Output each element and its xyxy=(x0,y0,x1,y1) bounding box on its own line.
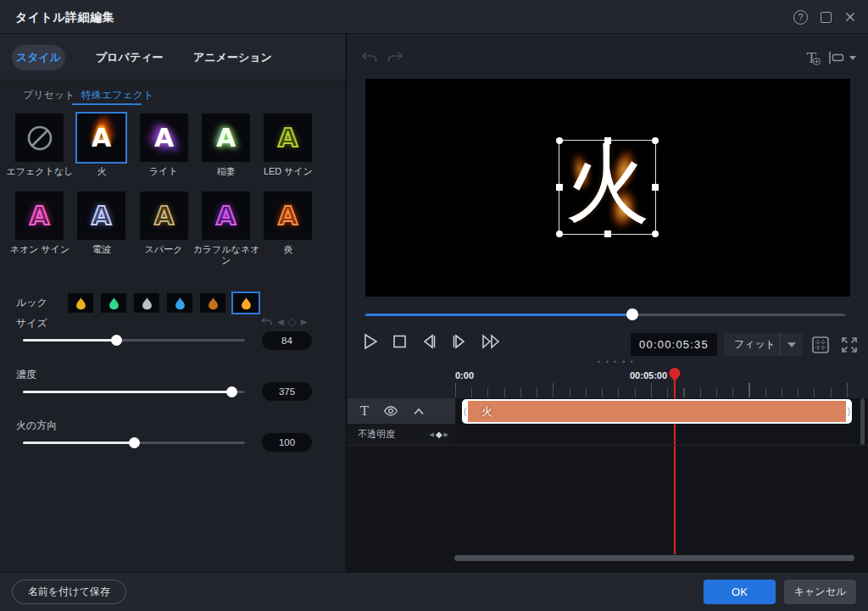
seek-bar[interactable] xyxy=(365,314,845,316)
close-icon[interactable] xyxy=(844,11,856,23)
timecode-display: 00:00:05:35 xyxy=(631,333,717,356)
seek-bar-thumb[interactable] xyxy=(626,308,638,320)
resize-handle[interactable] xyxy=(652,231,659,237)
main-tabs: スタイル プロパティー アニメーション xyxy=(0,34,345,81)
horizontal-scrollbar[interactable] xyxy=(454,555,854,561)
density-slider[interactable] xyxy=(23,391,245,393)
video-preview[interactable]: 火 xyxy=(365,79,850,297)
next-keyframe-icon[interactable]: ▶ xyxy=(301,317,308,326)
vertical-scrollbar[interactable] xyxy=(860,398,865,445)
look-swatch-6[interactable] xyxy=(233,293,259,313)
effect-neon-sign[interactable]: A xyxy=(15,192,64,240)
resize-handle[interactable] xyxy=(604,137,611,144)
look-swatch-1[interactable] xyxy=(68,293,93,313)
effect-flame[interactable]: A xyxy=(264,192,312,240)
text-track-icon: T xyxy=(360,403,369,419)
clip-trim-right[interactable]: ) xyxy=(848,399,850,424)
prev-keyframe-icon[interactable]: ◀ xyxy=(430,431,434,438)
effect-colorful-neon[interactable]: A xyxy=(202,192,250,240)
effect-label: 稲妻 xyxy=(192,166,260,177)
save-as-button[interactable]: 名前を付けて保存 xyxy=(12,580,126,604)
opacity-label: 不透明度 xyxy=(348,428,430,441)
flame-icon xyxy=(241,297,252,310)
density-slider-thumb[interactable] xyxy=(226,386,237,397)
play-button[interactable] xyxy=(362,332,379,351)
help-icon[interactable]: ? xyxy=(793,10,808,25)
flame-icon xyxy=(108,297,120,310)
footer-bar: 名前を付けて保存 OK キャンセル xyxy=(0,572,868,611)
undo-icon[interactable] xyxy=(260,316,273,327)
effect-light[interactable]: A xyxy=(140,114,188,162)
effect-wave[interactable]: A xyxy=(77,192,125,240)
effect-lightning[interactable]: A xyxy=(202,114,250,162)
text-selection-box[interactable]: 火 xyxy=(559,140,656,235)
look-swatch-3[interactable] xyxy=(134,293,159,313)
redo-button[interactable] xyxy=(386,51,404,65)
ok-button[interactable]: OK xyxy=(704,580,776,604)
collapse-icon[interactable] xyxy=(413,408,425,415)
next-frame-button[interactable] xyxy=(450,332,469,351)
splitter-handle[interactable]: • • • • • xyxy=(598,358,635,366)
effect-label: ネオン サイン xyxy=(6,244,74,255)
effect-fire[interactable]: A xyxy=(77,114,125,162)
cancel-button[interactable]: キャンセル xyxy=(784,580,856,604)
undo-button[interactable] xyxy=(360,51,379,65)
keyframe-diamond-icon[interactable]: ◆ xyxy=(436,430,442,439)
fast-forward-button[interactable] xyxy=(481,332,503,351)
zoom-mode-dropdown[interactable]: フィット xyxy=(724,333,803,356)
grid-toggle-icon[interactable] xyxy=(811,336,830,354)
maximize-icon[interactable] xyxy=(821,12,832,23)
fullscreen-icon[interactable] xyxy=(840,336,859,354)
size-value[interactable]: 84 xyxy=(262,331,312,350)
preview-text[interactable]: 火 xyxy=(565,128,650,242)
fire-direction-label: 火の方向 xyxy=(16,419,57,433)
fire-direction-slider-thumb[interactable] xyxy=(129,437,140,448)
effect-label: 電波 xyxy=(68,244,136,255)
size-slider[interactable] xyxy=(23,339,245,342)
preview-panel: T 火 xyxy=(345,34,868,572)
timeline-ruler[interactable]: 0:00 00:05:00 xyxy=(345,366,868,398)
size-slider-thumb[interactable] xyxy=(111,335,122,346)
subtab-special-effect[interactable]: 特殊エフェクト xyxy=(81,88,153,103)
effect-label: エフェクトなし xyxy=(6,166,74,177)
title-clip[interactable]: ( 火 ) xyxy=(462,399,852,424)
add-text-icon[interactable]: T xyxy=(807,49,816,66)
fire-direction-slider[interactable] xyxy=(23,442,245,444)
resize-handle[interactable] xyxy=(556,184,563,191)
look-swatch-2[interactable] xyxy=(101,293,126,313)
look-swatch-4[interactable] xyxy=(167,293,192,313)
effect-spark[interactable]: A xyxy=(140,192,188,240)
prev-keyframe-icon[interactable]: ◀ xyxy=(277,317,284,326)
fire-direction-value[interactable]: 100 xyxy=(262,433,312,452)
dropdown-arrow[interactable] xyxy=(781,342,803,347)
density-value[interactable]: 375 xyxy=(262,382,312,401)
subtab-preset[interactable]: プリセット xyxy=(23,88,75,103)
tab-properties[interactable]: プロパティー xyxy=(96,34,164,81)
next-keyframe-icon[interactable]: ▶ xyxy=(444,431,448,438)
wave-effect-thumb: A xyxy=(92,201,111,231)
resize-handle[interactable] xyxy=(556,231,563,237)
effect-label: スパーク xyxy=(130,244,198,255)
effect-label: 炎 xyxy=(254,244,322,255)
look-swatch-5[interactable] xyxy=(200,293,225,313)
eye-icon[interactable] xyxy=(383,406,398,416)
previous-frame-button[interactable] xyxy=(420,332,438,351)
opacity-keyframe-nav: ◀ ◆ ▶ xyxy=(430,430,455,439)
align-tool[interactable] xyxy=(828,51,856,64)
row-divider xyxy=(345,445,868,446)
resize-handle[interactable] xyxy=(652,137,659,144)
stop-button[interactable] xyxy=(391,332,408,351)
clip-trim-left[interactable]: ( xyxy=(464,399,466,424)
flame-icon xyxy=(75,297,86,310)
add-keyframe-icon[interactable]: ◇ xyxy=(288,315,297,328)
style-panel: スタイル プロパティー アニメーション プリセット 特殊エフェクト A A A … xyxy=(0,34,345,572)
tab-animation[interactable]: アニメーション xyxy=(193,34,272,81)
lightning-effect-thumb: A xyxy=(216,123,236,153)
effect-label: ライト xyxy=(130,166,198,177)
resize-handle[interactable] xyxy=(556,137,563,144)
effect-led[interactable]: A xyxy=(264,114,312,162)
resize-handle[interactable] xyxy=(652,184,659,191)
tab-style[interactable]: スタイル xyxy=(12,45,65,70)
resize-handle[interactable] xyxy=(604,231,611,237)
effect-none[interactable] xyxy=(15,114,64,162)
